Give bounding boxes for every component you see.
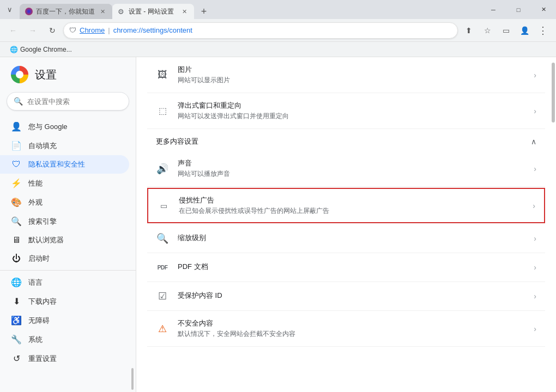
reload-button[interactable]: ↻ bbox=[44, 22, 61, 39]
lock-icon: 🛡 bbox=[69, 26, 76, 34]
media-button[interactable]: ▭ bbox=[497, 22, 515, 39]
autofill-icon: 📄 bbox=[11, 140, 22, 151]
share-button[interactable]: ⬆ bbox=[460, 22, 478, 39]
language-icon: 🌐 bbox=[11, 277, 22, 287]
shield-icon: 🛡 bbox=[11, 160, 22, 169]
drm-row[interactable]: ☑ 受保护内容 ID › bbox=[147, 282, 545, 311]
settings-header: 设置 bbox=[0, 57, 136, 92]
account-button[interactable]: 👤 bbox=[516, 22, 533, 39]
ads-desc: 在已知会展示侵扰性或误导性广告的网站上屏蔽广告 bbox=[179, 206, 524, 216]
sound-title: 声音 bbox=[178, 158, 525, 168]
tab-settings-label: 设置 - 网站设置 bbox=[129, 7, 177, 16]
popup-icon: ⬚ bbox=[156, 105, 169, 118]
tab-settings-close[interactable]: ✕ bbox=[180, 7, 189, 16]
sidebar-label-download: 下载内容 bbox=[28, 297, 57, 307]
sidebar-label-language: 语言 bbox=[28, 278, 43, 287]
tab-baidu-label: 百度一下，你就知道 bbox=[36, 7, 95, 16]
tab-baidu[interactable]: 百度一下，你就知道 ✕ bbox=[20, 4, 112, 19]
bookmarks-bar: 🌐 Google Chrome... bbox=[0, 42, 556, 57]
pdf-text: PDF 文档 bbox=[178, 262, 525, 273]
sidebar-label-system: 系统 bbox=[28, 335, 43, 345]
sound-arrow: › bbox=[534, 164, 536, 173]
sound-icon: 🔊 bbox=[156, 162, 169, 175]
settings-favicon: ⚙ bbox=[118, 8, 125, 15]
bookmark-chrome[interactable]: 🌐 Google Chrome... bbox=[5, 45, 76, 54]
sound-row[interactable]: 🔊 声音 网站可以播放声音 › bbox=[147, 151, 545, 187]
maximize-button[interactable]: □ bbox=[506, 0, 531, 19]
images-desc: 网站可以显示图片 bbox=[178, 76, 525, 85]
content-scrollbar[interactable] bbox=[552, 63, 555, 122]
startup-icon: ⏻ bbox=[11, 254, 22, 264]
forward-button[interactable]: → bbox=[24, 22, 41, 39]
zoom-title: 缩放级别 bbox=[178, 233, 525, 243]
sidebar-item-privacy[interactable]: 🛡 隐私设置和安全性 bbox=[0, 155, 129, 174]
chrome-logo bbox=[11, 66, 28, 83]
sidebar-item-accessibility[interactable]: ♿ 无障碍 bbox=[0, 311, 129, 330]
tab-settings[interactable]: ⚙ 设置 - 网站设置 ✕ bbox=[112, 4, 194, 19]
pdf-icon: PDF bbox=[156, 261, 169, 274]
images-row[interactable]: 🖼 图片 网站可以显示图片 › bbox=[147, 57, 545, 93]
insecure-row[interactable]: ⚠ 不安全内容 默认情况下，安全网站会拦截不安全内容 › bbox=[147, 311, 545, 347]
titlebar: ∨ 百度一下，你就知道 ✕ ⚙ 设置 - 网站设置 ✕ + ─ □ ✕ bbox=[0, 0, 556, 19]
ads-row[interactable]: ▭ 侵扰性广告 在已知会展示侵扰性或误导性广告的网站上屏蔽广告 › bbox=[147, 188, 545, 223]
sidebar-item-you-google[interactable]: 👤 您与 Google bbox=[0, 117, 129, 136]
sidebar-label-performance: 性能 bbox=[28, 179, 43, 188]
settings-title: 设置 bbox=[35, 68, 57, 82]
sidebar-item-performance[interactable]: ⚡ 性能 bbox=[0, 174, 129, 193]
search-input[interactable] bbox=[27, 97, 122, 106]
sidebar-item-language[interactable]: 🌐 语言 bbox=[0, 273, 129, 292]
sidebar-label-accessibility: 无障碍 bbox=[28, 316, 50, 326]
new-tab-button[interactable]: + bbox=[196, 4, 211, 19]
images-title: 图片 bbox=[178, 65, 525, 75]
close-button[interactable]: ✕ bbox=[531, 0, 556, 19]
search-icon: 🔍 bbox=[14, 97, 23, 106]
drm-icon: ☑ bbox=[156, 290, 169, 303]
pdf-row[interactable]: PDF PDF 文档 › bbox=[147, 253, 545, 282]
pdf-arrow: › bbox=[534, 263, 536, 272]
sidebar-label-autofill: 自动填充 bbox=[28, 141, 57, 151]
tab-list-chevron[interactable]: ∨ bbox=[0, 0, 20, 19]
tab-baidu-close[interactable]: ✕ bbox=[98, 7, 107, 16]
drm-arrow: › bbox=[534, 292, 536, 301]
address-bar[interactable]: 🛡 Chrome | chrome://settings/content bbox=[63, 22, 458, 39]
sidebar-item-appearance[interactable]: 🎨 外观 bbox=[0, 193, 129, 212]
images-arrow: › bbox=[534, 71, 536, 79]
sidebar-label-reset: 重置设置 bbox=[28, 354, 57, 364]
ads-text: 侵扰性广告 在已知会展示侵扰性或误导性广告的网站上屏蔽广告 bbox=[179, 195, 524, 216]
sidebar-item-download[interactable]: ⬇ 下载内容 bbox=[0, 292, 129, 311]
search-bar[interactable]: 🔍 bbox=[7, 92, 129, 111]
browser-icon: 🖥 bbox=[11, 235, 22, 245]
sidebar-item-autofill[interactable]: 📄 自动填充 bbox=[0, 136, 129, 155]
sidebar-item-search[interactable]: 🔍 搜索引擎 bbox=[0, 212, 129, 231]
sidebar-item-browser[interactable]: 🖥 默认浏览器 bbox=[0, 231, 129, 249]
performance-icon: ⚡ bbox=[11, 178, 22, 188]
menu-button[interactable]: ⋮ bbox=[534, 22, 552, 39]
images-icon: 🖼 bbox=[156, 69, 169, 82]
drm-text: 受保护内容 ID bbox=[178, 291, 525, 302]
person-icon: 👤 bbox=[11, 121, 22, 132]
drm-title: 受保护内容 ID bbox=[178, 291, 525, 301]
sidebar-label-startup: 启动时 bbox=[28, 254, 50, 264]
more-settings-header[interactable]: 更多内容设置 ∧ bbox=[147, 129, 545, 151]
popup-row[interactable]: ⬚ 弹出式窗口和重定向 网站可以发送弹出式窗口并使用重定向 › bbox=[147, 93, 545, 129]
minimize-button[interactable]: ─ bbox=[481, 0, 506, 19]
content-area: 🖼 图片 网站可以显示图片 › ⬚ 弹出式窗口和重定向 网站可以发送弹出式窗口并… bbox=[136, 57, 556, 392]
sidebar-label-appearance: 外观 bbox=[28, 198, 43, 207]
search-engine-icon: 🔍 bbox=[11, 216, 22, 226]
address-path: chrome://settings/content bbox=[113, 26, 192, 34]
sidebar-item-startup[interactable]: ⏻ 启动时 bbox=[0, 249, 129, 268]
baidu-favicon bbox=[25, 8, 33, 15]
back-button[interactable]: ← bbox=[4, 22, 22, 39]
address-site: Chrome bbox=[80, 26, 105, 34]
window-controls: ─ □ ✕ bbox=[481, 0, 556, 19]
sidebar-item-system[interactable]: 🔧 系统 bbox=[0, 330, 129, 349]
sound-text: 声音 网站可以播放声音 bbox=[178, 158, 525, 179]
ads-arrow: › bbox=[533, 201, 535, 210]
popup-text: 弹出式窗口和重定向 网站可以发送弹出式窗口并使用重定向 bbox=[178, 101, 525, 121]
popup-arrow: › bbox=[534, 107, 536, 115]
sidebar-item-reset[interactable]: ↺ 重置设置 bbox=[0, 349, 129, 368]
accessibility-icon: ♿ bbox=[11, 315, 22, 326]
zoom-row[interactable]: 🔍 缩放级别 › bbox=[147, 224, 545, 253]
sidebar-label-search: 搜索引擎 bbox=[28, 217, 57, 226]
bookmark-button[interactable]: ☆ bbox=[479, 22, 496, 39]
